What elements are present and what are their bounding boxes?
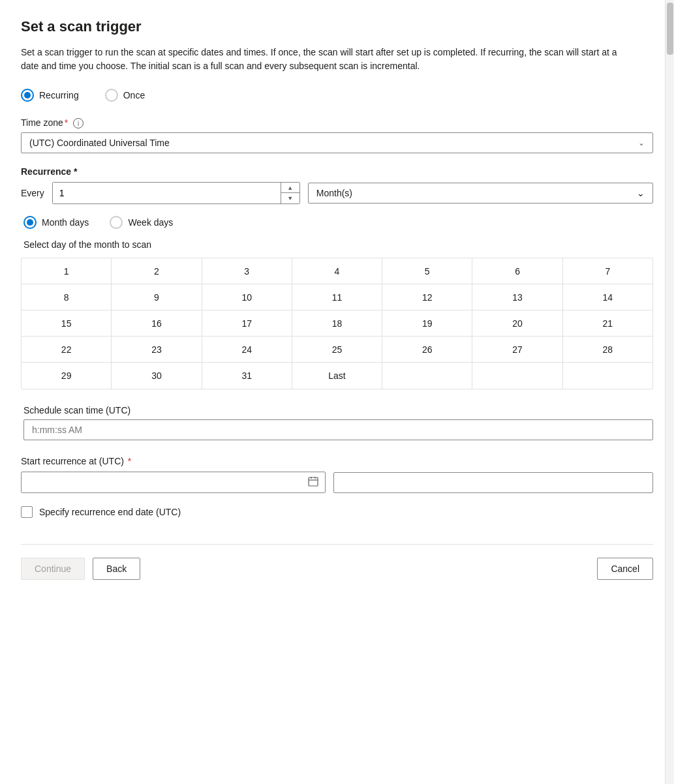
calendar-icon[interactable] [301,472,325,492]
start-date-input[interactable]: 2021-06-30 [22,473,301,492]
schedule-time-section: Schedule scan time (UTC) [21,405,653,440]
day-type-group: Month days Week days [21,216,653,229]
page-description: Set a scan trigger to run the scan at sp… [21,46,634,73]
continue-button[interactable]: Continue [21,558,85,580]
recurrence-number-input[interactable]: 1 [53,183,281,204]
timezone-dropdown[interactable]: (UTC) Coordinated Universal Time ⌄ [21,132,653,153]
day-30[interactable]: 30 [112,363,202,389]
day-13[interactable]: 13 [472,284,562,310]
day-20[interactable]: 20 [472,310,562,337]
start-recurrence-row: 2021-06-30 9:33:00 PM [21,472,653,493]
month-days-option[interactable]: Month days [23,216,89,229]
month-days-radio[interactable] [23,216,37,229]
day-27[interactable]: 27 [472,337,562,363]
day-last[interactable]: Last [292,363,382,389]
recurrence-required: * [71,166,77,177]
date-input-wrapper: 2021-06-30 [21,472,326,493]
period-dropdown[interactable]: Month(s) ⌄ [308,183,653,204]
day-7[interactable]: 7 [563,258,652,284]
day-28[interactable]: 28 [563,337,652,363]
start-recurrence-label: Start recurrence at (UTC) [21,456,124,466]
day-29[interactable]: 29 [22,363,112,389]
end-date-checkbox[interactable] [21,506,33,518]
scrollbar-thumb[interactable] [667,3,673,55]
day-8[interactable]: 8 [22,284,112,310]
calendar-row-4: 22 23 24 25 26 27 28 [22,337,652,363]
day-10[interactable]: 10 [202,284,292,310]
calendar-grid: 1 2 3 4 5 6 7 8 9 10 11 12 13 14 15 16 1… [21,258,653,389]
day-16[interactable]: 16 [112,310,202,337]
calendar-row-1: 1 2 3 4 5 6 7 [22,258,652,284]
day-22[interactable]: 22 [22,337,112,363]
end-date-label: Specify recurrence end date (UTC) [39,507,181,517]
spinner-up-button[interactable]: ▲ [281,183,299,193]
day-3[interactable]: 3 [202,258,292,284]
day-31[interactable]: 31 [202,363,292,389]
once-option[interactable]: Once [105,89,145,102]
recurrence-number-spinner[interactable]: 1 ▲ ▼ [52,182,300,204]
timezone-required: * [65,117,68,128]
empty-cell-2 [472,363,562,389]
period-value: Month(s) [316,188,352,198]
day-17[interactable]: 17 [202,310,292,337]
day-19[interactable]: 19 [382,310,472,337]
month-days-label: Month days [42,217,89,228]
timezone-label: Time zone [21,117,63,128]
once-label: Once [123,90,145,100]
calendar-row-2: 8 9 10 11 12 13 14 [22,284,652,310]
recurring-radio[interactable] [21,89,34,102]
day-4[interactable]: 4 [292,258,382,284]
day-11[interactable]: 11 [292,284,382,310]
trigger-type-group: Recurring Once [21,89,653,102]
recurrence-section: Recurrence * Every 1 ▲ ▼ Month(s) ⌄ [21,166,653,204]
week-days-radio[interactable] [110,216,123,229]
select-day-label: Select day of the month to scan [21,239,653,250]
day-15[interactable]: 15 [22,310,112,337]
day-2[interactable]: 2 [112,258,202,284]
day-1[interactable]: 1 [22,258,112,284]
back-button[interactable]: Back [93,558,140,580]
recurring-label: Recurring [39,90,79,100]
day-18[interactable]: 18 [292,310,382,337]
start-time-input[interactable]: 9:33:00 PM [333,472,654,493]
week-days-label: Week days [128,217,173,228]
spinner-down-button[interactable]: ▼ [281,193,299,204]
day-23[interactable]: 23 [112,337,202,363]
every-label: Every [21,188,44,198]
calendar-row-5: 29 30 31 Last [22,363,652,389]
day-9[interactable]: 9 [112,284,202,310]
day-24[interactable]: 24 [202,337,292,363]
timezone-value: (UTC) Coordinated Universal Time [29,138,170,148]
day-26[interactable]: 26 [382,337,472,363]
page-title: Set a scan trigger [21,18,653,35]
once-radio[interactable] [105,89,118,102]
svg-rect-0 [309,477,318,486]
recurrence-label: Recurrence [21,166,71,177]
timezone-info-icon[interactable]: i [73,118,84,128]
chevron-down-icon: ⌄ [638,138,645,147]
footer-buttons: Continue Back Cancel [21,544,653,580]
empty-cell-1 [382,363,472,389]
period-chevron-icon: ⌄ [637,188,645,198]
schedule-time-input[interactable] [23,419,653,440]
day-14[interactable]: 14 [563,284,652,310]
day-25[interactable]: 25 [292,337,382,363]
day-21[interactable]: 21 [563,310,652,337]
spinner-buttons: ▲ ▼ [281,183,299,204]
day-6[interactable]: 6 [472,258,562,284]
start-recurrence-required: * [125,456,131,466]
empty-cell-3 [563,363,652,389]
day-12[interactable]: 12 [382,284,472,310]
recurring-option[interactable]: Recurring [21,89,79,102]
schedule-time-label: Schedule scan time (UTC) [23,405,653,415]
timezone-field: Time zone* i (UTC) Coordinated Universal… [21,117,653,153]
calendar-row-3: 15 16 17 18 19 20 21 [22,310,652,337]
cancel-button[interactable]: Cancel [597,558,653,580]
scrollbar [665,0,674,784]
end-date-row: Specify recurrence end date (UTC) [21,506,653,518]
start-recurrence-section: Start recurrence at (UTC) * 2021-06-30 9… [21,456,653,493]
week-days-option[interactable]: Week days [110,216,173,229]
day-5[interactable]: 5 [382,258,472,284]
